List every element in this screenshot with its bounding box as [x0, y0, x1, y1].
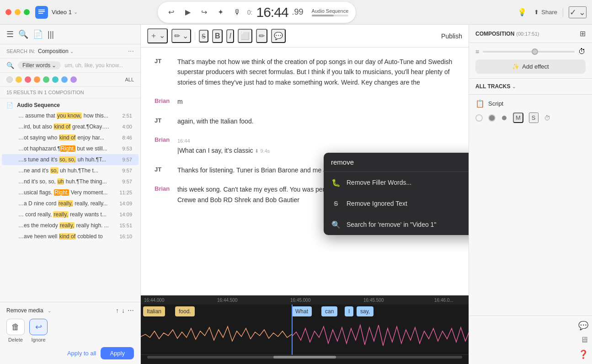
add-button[interactable]: ＋ ⌄ [147, 28, 168, 43]
color-filter-clear[interactable] [6, 76, 13, 83]
dropdown-input[interactable] [331, 158, 469, 166]
right-slider-row: ≡ ⏱ [475, 48, 586, 56]
group-label: Audio Sequence [17, 102, 60, 108]
color-filter-yellow[interactable] [16, 76, 22, 83]
clock-icon: ⏱ [578, 48, 586, 56]
bold-button[interactable]: B [212, 29, 223, 43]
options-button[interactable]: ⋯ [128, 307, 134, 314]
sidebar-search-icon[interactable]: 🔍 [18, 29, 28, 39]
transcript-block: JT again, with the Italian food. [155, 116, 455, 126]
mic-button[interactable]: 🎙 [231, 6, 244, 19]
box-button[interactable]: ⬜ [238, 29, 252, 43]
header-right: 💡 ⬆ Share ✓ ⌄ [516, 6, 587, 19]
check-button[interactable]: ✓ ⌄ [569, 6, 587, 18]
speaker-label: Brian [155, 96, 177, 107]
time-counter-prefix: 0: [247, 9, 253, 16]
script-m-button[interactable]: M [513, 112, 523, 123]
down-arrow-button[interactable]: ↓ [122, 307, 125, 314]
volume-slider[interactable] [483, 51, 575, 53]
delete-label: Delete [8, 337, 23, 343]
result-item[interactable]: …a D nine cord really, really, really...… [2, 198, 139, 209]
apply-all-button[interactable]: Apply to all [67, 350, 96, 357]
left-sidebar: ☰ 🔍 📄 ||| SEARCH IN: Composition ⌄ ··· 🔍… [0, 25, 141, 364]
scrollbar-area[interactable] [141, 356, 469, 360]
delete-action[interactable]: 🗑 Delete [6, 319, 25, 343]
apply-row: Apply to all Apply [6, 347, 134, 359]
pen-button[interactable]: ✏ ⌄ [171, 29, 191, 43]
color-filter-orange[interactable] [34, 76, 40, 83]
play-button[interactable]: ▶ [181, 6, 194, 19]
color-filter-teal[interactable] [52, 76, 59, 83]
color-filter-purple[interactable] [70, 76, 77, 83]
result-item[interactable]: …es the melody really, really high. ... … [2, 220, 139, 231]
italic-button[interactable]: I [226, 29, 234, 43]
color-all-button[interactable]: ALL [125, 77, 134, 82]
sidebar-doc-icon[interactable]: 📄 [33, 29, 43, 39]
chat-icon[interactable]: 💬 [578, 321, 588, 331]
app-icon [35, 6, 48, 19]
strikethrough-button[interactable]: S̶ [199, 30, 208, 43]
transcript-area[interactable]: JT That's maybe not how we think of the … [141, 48, 469, 295]
speaker-label: JT [155, 116, 177, 126]
all-tracks-label: ALL TRACKS [475, 83, 510, 90]
result-item[interactable]: …ne and it's so, uh huh.¶The t... 9:57 [2, 165, 139, 176]
result-time: 9:57 [123, 179, 132, 184]
fullscreen-button[interactable] [24, 9, 30, 15]
result-text: …ne and it's so, uh huh.¶The t... [18, 167, 119, 174]
color-filter-blue[interactable] [61, 76, 68, 83]
monitor-icon[interactable]: 🖥 [580, 335, 588, 345]
comment-button[interactable]: 💬 [271, 29, 286, 43]
remove-filler-words-item[interactable]: 🐛 Remove Filler Words... [324, 172, 469, 193]
search-in-value[interactable]: Composition [38, 48, 69, 54]
result-time: 15:51 [119, 223, 132, 228]
close-button[interactable] [5, 9, 11, 15]
remove-ignored-text-item[interactable]: S Remove Ignored Text [324, 193, 469, 214]
search-in-video-item[interactable]: 🔍 Search for 'remove' in "Video 1" [324, 214, 469, 235]
result-item[interactable]: …ot saying who kind of enjoy har... 8:46 [2, 132, 139, 143]
sidebar-list-icon[interactable]: ||| [48, 30, 54, 39]
share-button[interactable]: ⬆ Share [534, 9, 557, 16]
result-item[interactable]: … cord really, really, really wants t...… [2, 209, 139, 220]
color-filter-red[interactable] [25, 76, 31, 83]
publish-button[interactable]: Publish [441, 32, 462, 40]
svg-rect-1 [38, 11, 45, 12]
script-knob-filled[interactable] [488, 114, 496, 122]
right-layout-icon[interactable]: ⊞ [580, 29, 586, 38]
ignore-action[interactable]: ↩ Ignore [29, 319, 48, 343]
minimize-button[interactable] [15, 9, 21, 15]
search-in-chevron-icon[interactable]: ⌄ [70, 49, 74, 54]
pencil-button[interactable]: ✏ [256, 29, 267, 43]
transcript-text: That's maybe not how we think of the cre… [177, 57, 455, 87]
title-chevron-icon[interactable]: ⌄ [74, 9, 78, 15]
add-effect-button[interactable]: ✨ Add effect [475, 59, 586, 74]
result-text: …ot haphazard.¶Right, but we still... [18, 145, 119, 152]
result-item[interactable]: … assume that you know, how this... 2:51 [2, 110, 139, 121]
result-item[interactable]: …nd it's so, so, uh huh.¶The thing... 9:… [2, 176, 139, 187]
transcript-block: Brian m [155, 96, 455, 107]
word-chip-what: What [292, 306, 312, 316]
add-effect-label: Add effect [522, 63, 549, 70]
help-icon[interactable]: ❓ [578, 349, 588, 359]
effects-button[interactable]: ✦ [214, 6, 227, 19]
script-knob[interactable] [475, 114, 483, 122]
ruler-mark: 16:45.500 [363, 295, 384, 305]
result-item[interactable]: …ird, but also kind of great.¶Okay…. 4:0… [2, 121, 139, 132]
result-item[interactable]: …ot haphazard.¶Right, but we still... 9:… [2, 143, 139, 154]
result-item[interactable]: …s tune and it's so, so, uh huh.¶T... 9:… [2, 154, 139, 165]
apply-button[interactable]: Apply [101, 347, 134, 359]
all-tracks-row[interactable]: ALL TRACKS ⌄ [469, 79, 592, 95]
color-filter-green[interactable] [43, 76, 49, 83]
filter-chip[interactable]: Filler words ⌄ [18, 61, 61, 70]
result-text: …a D nine cord really, really, really... [18, 200, 116, 207]
forward-button[interactable]: ↪ [198, 6, 211, 19]
lightbulb-button[interactable]: 💡 [516, 6, 528, 19]
rewind-button[interactable]: ↩ [165, 6, 178, 19]
menu-icon[interactable]: ☰ [6, 29, 14, 39]
search-more-icon[interactable]: ··· [128, 47, 134, 55]
result-item[interactable]: …usical flags. Right. Very moment... 11:… [2, 187, 139, 198]
script-s-button[interactable]: S [529, 112, 539, 123]
volume-thumb[interactable] [532, 48, 538, 55]
result-item[interactable]: …ave heen well kind of cobbled to 16:10 [2, 231, 139, 242]
traffic-lights [5, 9, 30, 15]
up-arrow-button[interactable]: ↑ [116, 307, 119, 314]
